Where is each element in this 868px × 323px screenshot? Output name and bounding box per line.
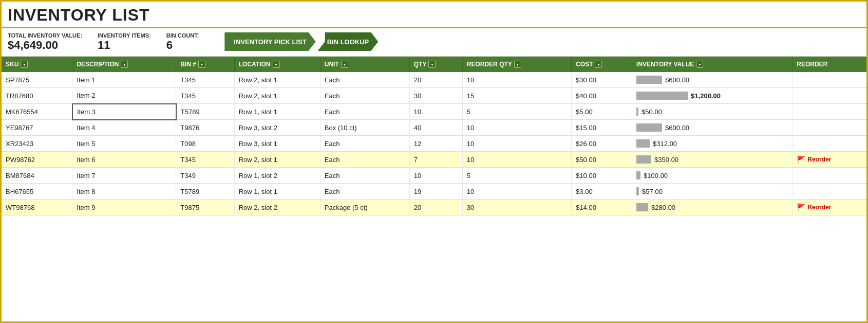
- inventory-value-cell: $100.00: [632, 168, 792, 184]
- inventory-value-text: $1,200.00: [691, 92, 721, 100]
- inventory-value-cell: $280.00: [632, 200, 792, 216]
- qty-cell: 12: [409, 136, 462, 152]
- cost-cell: $10.00: [572, 168, 632, 184]
- location-filter-icon[interactable]: [273, 61, 280, 68]
- table-row: YE98767Item 4T9876Row 3, slot 2Box (10 c…: [2, 120, 866, 136]
- inventory-value-text: $600.00: [665, 76, 689, 84]
- location-cell: Row 2, slot 1: [234, 152, 320, 168]
- reorder-qty-cell: 10: [462, 72, 571, 88]
- reorder-qty-cell: 5: [462, 168, 571, 184]
- description-cell: Item 5: [72, 136, 176, 152]
- reorder-qty-cell: 10: [462, 120, 571, 136]
- description-cell: Item 9: [72, 200, 176, 216]
- inventory-value-filter-icon[interactable]: [696, 61, 703, 68]
- inventory-value-cell: $600.00: [632, 72, 792, 88]
- inventory-value-text: $350.00: [654, 156, 678, 164]
- unit-cell: Each: [320, 136, 409, 152]
- col-unit: UNIT: [320, 57, 409, 72]
- qty-cell: 20: [409, 72, 462, 88]
- bin-cell: T345: [176, 88, 234, 104]
- description-filter-icon[interactable]: [121, 61, 128, 68]
- bin-cell: T5789: [176, 104, 234, 120]
- sku-cell: BH67655: [2, 184, 72, 200]
- total-label: TOTAL INVENTORY VALUE:: [8, 32, 82, 39]
- qty-filter-icon[interactable]: [428, 61, 436, 68]
- inventory-pick-list-button[interactable]: INVENTORY PICK LIST: [224, 32, 315, 51]
- items-value: 11: [98, 39, 151, 52]
- col-cost: COST: [572, 57, 632, 72]
- table-header-row: SKU DESCRIPTION BIN # LOCATION UNIT QTY …: [2, 57, 866, 72]
- unit-cell: Each: [320, 168, 409, 184]
- inventory-value-text: $312.00: [653, 140, 677, 148]
- reorder-cell: [792, 72, 866, 88]
- unit-cell: Box (10 ct): [320, 120, 409, 136]
- qty-cell: 10: [409, 104, 462, 120]
- stats-row: TOTAL INVENTORY VALUE: $4,649.00 INVENTO…: [2, 28, 866, 57]
- bin-label: BIN COUNT:: [166, 32, 199, 39]
- total-value-block: TOTAL INVENTORY VALUE: $4,649.00: [8, 32, 82, 52]
- reorder-cell: [792, 88, 866, 104]
- unit-cell: Each: [320, 72, 409, 88]
- qty-cell: 19: [409, 184, 462, 200]
- reorder-cell: 🚩Reorder: [792, 152, 866, 168]
- col-qty: QTY: [409, 57, 462, 72]
- col-sku: SKU: [2, 57, 72, 72]
- reorder-qty-filter-icon[interactable]: [514, 61, 521, 68]
- location-cell: Row 1, slot 1: [234, 184, 320, 200]
- col-reorder-qty: REORDER QTY: [462, 57, 571, 72]
- items-block: INVENTORY ITEMS: 11: [98, 32, 151, 52]
- qty-cell: 30: [409, 88, 462, 104]
- bin-cell: T5789: [176, 184, 234, 200]
- location-cell: Row 1, slot 1: [234, 104, 320, 120]
- table-row: SP7875Item 1T345Row 2, slot 1Each2010$30…: [2, 72, 866, 88]
- unit-filter-icon[interactable]: [341, 61, 348, 68]
- reorder-qty-cell: 15: [462, 88, 571, 104]
- total-value: $4,649.00: [8, 39, 82, 52]
- col-bin: BIN #: [176, 57, 234, 72]
- bin-block: BIN COUNT: 6: [166, 32, 199, 52]
- table-row: BM87684Item 7T349Row 1, slot 2Each105$10…: [2, 168, 866, 184]
- inventory-value-cell: $350.00: [632, 152, 792, 168]
- cost-cell: $14.00: [572, 200, 632, 216]
- bin-cell: T9876: [176, 120, 234, 136]
- unit-cell: Each: [320, 88, 409, 104]
- qty-cell: 10: [409, 168, 462, 184]
- location-cell: Row 2, slot 1: [234, 72, 320, 88]
- sku-cell: TR87680: [2, 88, 72, 104]
- location-cell: Row 2, slot 2: [234, 200, 320, 216]
- bin-filter-icon[interactable]: [198, 61, 205, 68]
- location-cell: Row 3, slot 2: [234, 120, 320, 136]
- bin-cell: T345: [176, 72, 234, 88]
- inventory-value-text: $50.00: [641, 108, 662, 116]
- reorder-qty-cell: 10: [462, 136, 571, 152]
- col-location: LOCATION: [234, 57, 320, 72]
- sku-cell: YE98767: [2, 120, 72, 136]
- qty-cell: 40: [409, 120, 462, 136]
- qty-cell: 7: [409, 152, 462, 168]
- table-row: XR23423Item 5T098Row 3, slot 1Each1210$2…: [2, 136, 866, 152]
- sku-cell: WT98768: [2, 200, 72, 216]
- inventory-table: SKU DESCRIPTION BIN # LOCATION UNIT QTY …: [2, 57, 866, 216]
- description-cell: Item 1: [72, 72, 176, 88]
- table-row: WT98768Item 9T9875Row 2, slot 2Package (…: [2, 200, 866, 216]
- reorder-cell: [792, 184, 866, 200]
- description-cell: Item 4: [72, 120, 176, 136]
- reorder-flag-icon: 🚩: [797, 203, 805, 211]
- cost-cell: $40.00: [572, 88, 632, 104]
- bin-lookup-button[interactable]: BIN LOOKUP: [318, 32, 379, 51]
- reorder-qty-cell: 5: [462, 104, 571, 120]
- location-cell: Row 3, slot 1: [234, 136, 320, 152]
- page-title: INVENTORY LIST: [8, 6, 860, 25]
- col-reorder: REORDER: [792, 57, 866, 72]
- reorder-cell: [792, 104, 866, 120]
- table-row: MK676554Item 3T5789Row 1, slot 1Each105$…: [2, 104, 866, 120]
- inventory-value-text: $57.00: [642, 188, 663, 195]
- cost-cell: $30.00: [572, 72, 632, 88]
- bin-cell: T9875: [176, 200, 234, 216]
- reorder-cell: [792, 136, 866, 152]
- unit-cell: Package (5 ct): [320, 200, 409, 216]
- inventory-value-cell: $1,200.00: [632, 88, 792, 104]
- sku-filter-icon[interactable]: [21, 61, 28, 68]
- table-row: PW98762Item 6T345Row 2, slot 1Each710$50…: [2, 152, 866, 168]
- cost-filter-icon[interactable]: [595, 61, 602, 68]
